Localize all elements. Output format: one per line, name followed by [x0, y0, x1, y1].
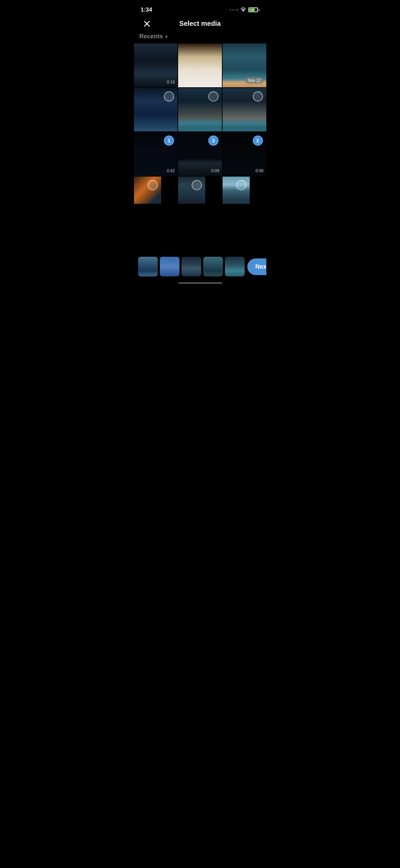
grid-cell-12[interactable]	[223, 177, 250, 204]
chevron-down-icon: ▾	[165, 34, 168, 39]
duration-label-7: 0:42	[167, 168, 175, 173]
grid-cell-10[interactable]	[134, 177, 161, 204]
tray-thumb-1[interactable]	[138, 257, 158, 276]
home-indicator	[178, 282, 222, 284]
duration-label-8: 0:09	[211, 168, 219, 173]
selection-circle-12	[236, 180, 246, 190]
selection-circle-4	[164, 91, 174, 102]
album-selector[interactable]: Recents ▾	[134, 32, 266, 43]
grid-cell-9[interactable]: 2 0:08	[223, 132, 266, 176]
wifi-icon	[240, 7, 246, 13]
status-icons: ⚡	[230, 7, 260, 13]
album-label: Recents	[139, 33, 163, 40]
close-button[interactable]	[141, 18, 153, 30]
tray-thumb-4[interactable]	[203, 257, 223, 276]
next-button[interactable]: Next →	[247, 258, 266, 275]
status-time: 1:34	[141, 6, 152, 13]
tray-thumb-3[interactable]	[182, 257, 201, 276]
grid-cell-1[interactable]: 0:19	[134, 43, 178, 87]
media-grid-wrapper: 0:19 Nov 12 1 0:42	[134, 43, 266, 204]
grid-cell-2[interactable]	[178, 43, 222, 87]
grid-cell-4[interactable]	[134, 88, 178, 132]
media-grid: 0:19 Nov 12 1 0:42	[134, 43, 266, 204]
bottom-tray: Next →	[134, 253, 266, 287]
date-badge: Nov 12	[245, 77, 263, 84]
selection-circle-11	[192, 180, 202, 190]
grid-cell-3[interactable]: Nov 12	[223, 43, 266, 87]
tray-thumb-5[interactable]	[225, 257, 245, 276]
battery-icon: ⚡	[248, 7, 260, 12]
grid-cell-5[interactable]	[178, 88, 222, 132]
next-label: Next	[255, 263, 266, 270]
selection-circle-5	[208, 91, 218, 102]
svg-point-0	[243, 11, 244, 12]
tray-thumb-2[interactable]	[160, 257, 179, 276]
selected-thumbnails	[138, 257, 245, 276]
header: Select media	[134, 17, 266, 32]
selection-circle-6	[253, 91, 263, 102]
selection-number-9: 2	[253, 135, 263, 146]
page-title: Select media	[179, 20, 221, 28]
duration-label-9: 0:08	[255, 168, 263, 173]
grid-cell-11[interactable]	[178, 177, 205, 204]
duration-label: 0:19	[167, 80, 175, 85]
grid-cell-6[interactable]	[223, 88, 266, 132]
status-bar: 1:34 ⚡	[134, 0, 266, 17]
grid-cell-7[interactable]: 1 0:42	[134, 132, 178, 176]
selection-circle-10	[148, 180, 158, 190]
grid-cell-8[interactable]: 3 0:09	[178, 132, 222, 176]
selection-number-8: 3	[208, 135, 218, 146]
signal-icon	[230, 9, 238, 11]
